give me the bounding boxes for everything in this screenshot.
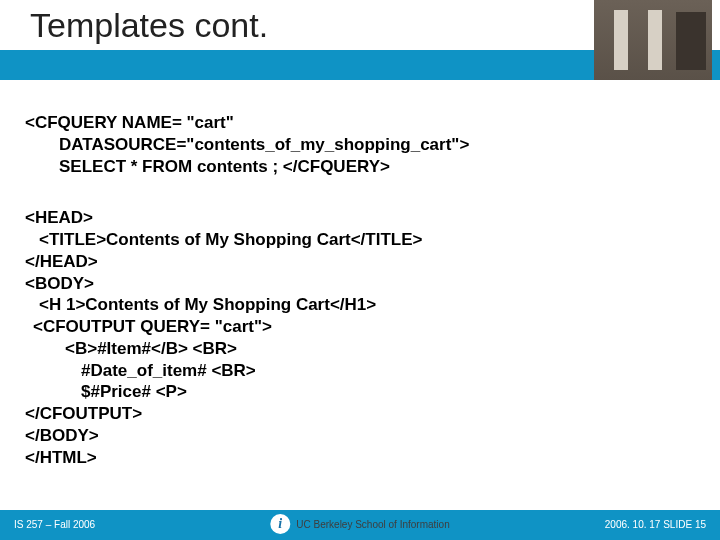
code-line: <BODY>: [25, 273, 695, 295]
footer-left-text: IS 257 – Fall 2006: [14, 519, 95, 530]
photo-column: [614, 10, 628, 70]
photo-door: [676, 12, 706, 70]
code-line: <H 1>Contents of My Shopping Cart</H1>: [25, 294, 695, 316]
code-line: </BODY>: [25, 425, 695, 447]
code-line: #Date_of_item# <BR>: [25, 360, 695, 382]
header: Templates cont.: [0, 0, 720, 80]
slide: Templates cont. <CFQUERY NAME= "cart" DA…: [0, 0, 720, 540]
footer-bar: IS 257 – Fall 2006 UC Berkeley School of…: [0, 510, 720, 540]
code-line: <B>#Item#</B> <BR>: [25, 338, 695, 360]
header-photo: [594, 0, 712, 80]
code-line: </HTML>: [25, 447, 695, 469]
code-block-2: <HEAD> <TITLE>Contents of My Shopping Ca…: [25, 207, 695, 468]
code-line: </HEAD>: [25, 251, 695, 273]
footer-right-text: 2006. 10. 17 SLIDE 15: [605, 519, 706, 530]
code-block-1: <CFQUERY NAME= "cart" DATASOURCE="conten…: [25, 112, 695, 177]
slide-body: <CFQUERY NAME= "cart" DATASOURCE="conten…: [25, 112, 695, 468]
code-line: <CFOUTPUT QUERY= "cart">: [25, 316, 695, 338]
slide-title: Templates cont.: [30, 6, 268, 45]
footer-center-text: UC Berkeley School of Information: [296, 519, 449, 530]
code-line: SELECT * FROM contents ; </CFQUERY>: [25, 156, 695, 178]
code-line: </CFOUTPUT>: [25, 403, 695, 425]
code-line: <HEAD>: [25, 207, 695, 229]
ischool-logo-icon: [270, 514, 290, 534]
code-line: DATASOURCE="contents_of_my_shopping_cart…: [25, 134, 695, 156]
code-line: <CFQUERY NAME= "cart": [25, 112, 695, 134]
code-line: <TITLE>Contents of My Shopping Cart</TIT…: [25, 229, 695, 251]
footer-center: UC Berkeley School of Information: [270, 514, 449, 534]
photo-column: [648, 10, 662, 70]
code-line: $#Price# <P>: [25, 381, 695, 403]
